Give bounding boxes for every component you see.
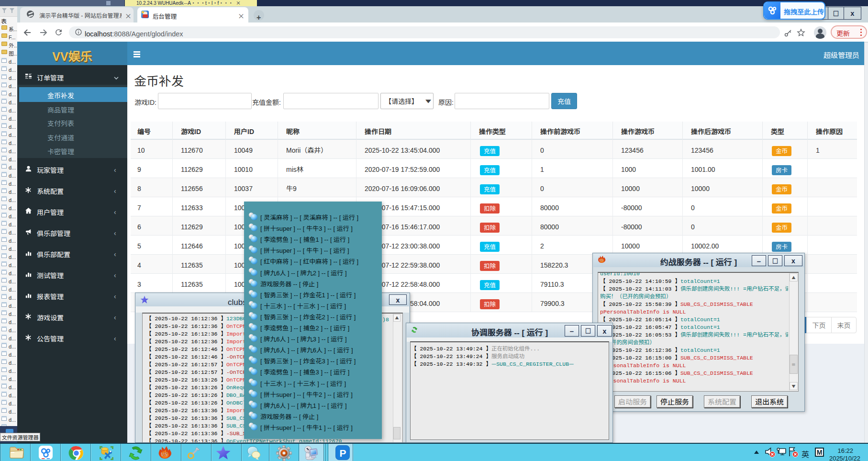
- svg-text:VS: VS: [161, 451, 168, 457]
- svg-text:P: P: [340, 448, 346, 459]
